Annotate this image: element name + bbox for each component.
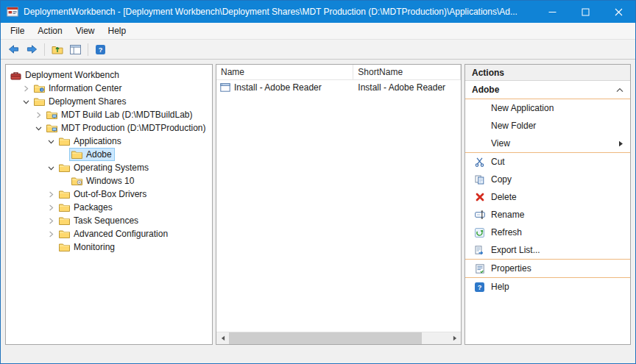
tree-item-label: MDT Production (D:\MDTProduction) [61,123,206,133]
expand-icon[interactable] [21,85,32,92]
action-properties[interactable]: Properties [465,260,630,277]
action-cut[interactable]: Cut [465,153,630,171]
tree-item-mdt-build-lab-d-mdtbuildlab[interactable]: MDT Build Lab (D:\MDTBuildLab) [6,108,212,121]
menu-file[interactable]: File [4,24,31,38]
horizontal-scrollbar[interactable] [216,332,461,344]
scroll-right-button[interactable] [448,332,461,345]
cell-shortname: Install - Adobe Reader [353,82,461,93]
column-header-name[interactable]: Name [216,65,353,79]
tree-item-packages[interactable]: Packages [6,201,212,214]
tree-item-operating-systems[interactable]: Operating Systems [6,161,212,174]
titlebar: DeploymentWorkbench - [Deployment Workbe… [1,1,635,23]
folder-icon [59,216,70,225]
tree-item-task-sequences[interactable]: Task Sequences [6,214,212,227]
back-button[interactable] [4,41,23,58]
action-refresh[interactable]: Refresh [465,224,630,241]
action-help[interactable]: ?Help [465,278,630,296]
folder-icon [59,190,70,199]
scrollbar-thumb[interactable] [229,332,422,344]
expand-icon[interactable] [46,204,57,211]
action-copy[interactable]: Copy [465,171,630,188]
tree-item-content: Adobe [69,148,115,161]
tree-item-label: Task Sequences [74,215,138,226]
collapse-icon[interactable] [46,138,57,145]
tree-item-monitoring[interactable]: Monitoring [6,240,212,254]
forward-icon [26,44,38,54]
forward-button[interactable] [23,41,41,58]
collapse-icon[interactable] [33,125,44,132]
tree-item-label: Windows 10 [86,176,134,186]
workbench-icon [10,71,21,80]
minimize-button[interactable] [536,1,569,23]
folder-icon [34,97,45,106]
tree-item-content: Deployment Workbench [8,68,122,82]
tree-item-out-of-box-drivers[interactable]: Out-of-Box Drivers [6,188,212,201]
show-hide-console-tree-button[interactable] [66,41,85,58]
tree-item-adobe[interactable]: Adobe [6,148,212,161]
window-title: DeploymentWorkbench - [Deployment Workbe… [24,7,536,17]
list-item-name: Install - Adobe Reader [234,82,322,93]
folder-os-icon [71,176,82,185]
action-label: Export List... [491,245,623,255]
export-list-icon [473,246,487,255]
action-export-list[interactable]: Export List... [465,241,630,259]
expand-icon[interactable] [33,112,44,118]
action-view[interactable]: View [465,135,630,152]
folder-share-icon [46,110,57,119]
close-button[interactable] [602,1,635,23]
tree-item-label: Monitoring [74,242,115,252]
expand-icon[interactable] [46,218,57,224]
collapse-icon[interactable] [21,99,32,105]
expand-icon[interactable] [46,231,57,238]
action-rename[interactable]: Rename [465,206,630,224]
action-label: Cut [491,157,623,167]
tree-item-applications[interactable]: Applications [6,135,212,148]
scrollbar-track[interactable] [229,332,448,345]
close-icon [615,8,623,16]
action-label: Help [491,282,623,292]
properties-icon [473,264,487,274]
window-controls [536,1,635,23]
action-label: Refresh [491,227,623,238]
maximize-button[interactable] [569,1,602,23]
expand-icon[interactable] [46,191,57,198]
submenu-arrow-icon [618,140,623,147]
help-button[interactable]: ? [91,41,110,58]
list-body: Install - Adobe ReaderInstall - Adobe Re… [216,80,461,94]
chevron-up-icon[interactable] [616,88,623,93]
collapse-icon[interactable] [46,165,57,171]
column-header-shortname[interactable]: ShortName [353,65,461,79]
tree-item-label: Information Center [49,83,121,93]
toolbar-separator [88,43,88,56]
svg-text:i: i [41,88,42,92]
actions-group-adobe[interactable]: Adobe [465,81,630,99]
svg-text:?: ? [99,46,103,54]
action-new-folder[interactable]: New Folder [465,117,630,135]
tree-item-deployment-shares[interactable]: Deployment Shares [6,95,212,108]
tree-item-windows-10[interactable]: Windows 10 [6,174,212,188]
tree-item-content: Task Sequences [57,214,141,227]
menu-help[interactable]: Help [102,24,133,38]
refresh-icon [473,228,487,238]
action-label: New Folder [491,121,623,131]
list-item-install-adobe-reader[interactable]: Install - Adobe ReaderInstall - Adobe Re… [216,80,461,94]
up-one-level-button[interactable] [48,41,66,58]
menu-view[interactable]: View [69,24,102,38]
menu-action[interactable]: Action [31,24,68,38]
tree-item-content: MDT Build Lab (D:\MDTBuildLab) [44,108,196,121]
scroll-left-button[interactable] [216,332,229,345]
copy-icon [473,175,487,185]
tree-item-information-center[interactable]: iInformation Center [6,82,212,95]
tree-item-mdt-production-d-mdtproduction[interactable]: MDT Production (D:\MDTProduction) [6,121,212,135]
tree-item-advanced-configuration[interactable]: Advanced Configuration [6,227,212,240]
main-content: Deployment WorkbenchiInformation CenterD… [1,60,635,345]
action-label: New Application [491,103,623,113]
list-column-headers: NameShortName [216,65,461,80]
tree-item-content: Advanced Configuration [57,227,171,240]
actions-pane: Actions Adobe New ApplicationNew FolderV… [464,64,631,345]
action-new-application[interactable]: New Application [465,99,630,117]
action-delete[interactable]: Delete [465,188,630,206]
cell-name: Install - Adobe Reader [216,82,353,93]
tree-item-content: Packages [57,201,116,214]
tree-item-deployment-workbench[interactable]: Deployment Workbench [6,68,212,82]
